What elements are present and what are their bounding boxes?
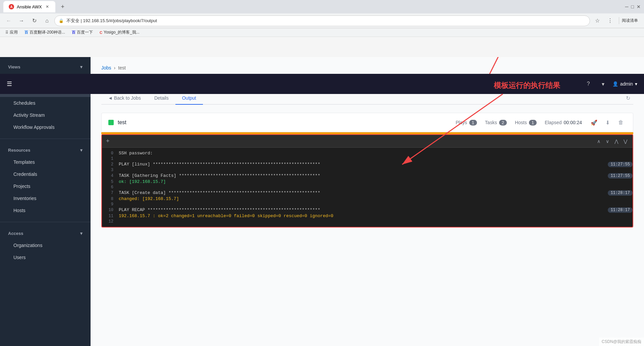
address-bar[interactable]: 🔒 不安全 | 192.168.15.5/#/jobs/playbook/7/o… <box>54 15 590 26</box>
bookmark-translate[interactable]: 百 百度翻译-200种语... <box>22 29 67 36</box>
sidebar-item-templates[interactable]: Templates <box>0 156 91 168</box>
hosts-count: 1 <box>529 120 537 126</box>
line-content: changed: [192.168.15.7] <box>119 196 633 201</box>
user-dropdown-icon: ▾ <box>635 81 637 87</box>
line-number: 8 <box>102 197 119 201</box>
sidebar-access-section[interactable]: Access ▾ <box>0 228 91 239</box>
line-number: 1 <box>102 156 119 161</box>
output-add-button[interactable]: + <box>106 138 110 145</box>
download-button[interactable]: ⬇ <box>602 117 613 128</box>
line-content: SSH password: <box>119 151 633 156</box>
output-line: 12 <box>102 219 633 224</box>
username: admin <box>620 81 633 87</box>
sidebar-item-organizations[interactable]: Organizations <box>0 239 91 251</box>
csdn-favicon: C <box>100 31 102 35</box>
sidebar-views-section[interactable]: Views ▾ <box>0 61 91 73</box>
views-chevron: ▾ <box>80 64 83 69</box>
browser-nav-bar: ← → ↻ ⌂ 🔒 不安全 | 192.168.15.5/#/jobs/play… <box>0 13 644 28</box>
translate-favicon: 百 <box>24 30 28 35</box>
window-minimize[interactable]: ─ <box>625 4 629 9</box>
sidebar-resources-section[interactable]: Resources ▾ <box>0 144 91 156</box>
line-timestamp: 11:28:17 <box>608 207 633 213</box>
new-tab-button[interactable]: + <box>58 2 67 11</box>
access-chevron: ▾ <box>80 231 83 236</box>
scroll-bottom-button[interactable]: ⋁ <box>622 138 629 145</box>
browser-menu[interactable]: ⋮ <box>605 15 615 26</box>
refresh-button[interactable]: ↻ <box>623 93 633 103</box>
scroll-up-button[interactable]: ∧ <box>596 138 602 145</box>
output-line: 8changed: [192.168.15.7] <box>102 196 633 202</box>
bookmark-baidu[interactable]: 百 百度一下 <box>70 29 95 36</box>
job-status-badge <box>108 120 114 125</box>
output-line: 4TASK [Gathering Facts] ****************… <box>102 173 633 179</box>
help-dropdown[interactable]: ▾ <box>598 79 608 89</box>
output-line: 7TASK [Create data] ********************… <box>102 190 633 196</box>
hosts-stat: Hosts 1 <box>515 120 537 126</box>
output-line: 9 <box>102 202 633 207</box>
help-button[interactable]: ? <box>583 79 594 89</box>
sidebar-item-workflow-approvals[interactable]: Workflow Approvals <box>0 121 91 133</box>
breadcrumb: Jobs › test <box>101 65 633 70</box>
output-container: + ∧ ∨ ⋀ ⋁ 0SSH password:12PLAY [linux] *… <box>101 134 633 228</box>
sidebar-item-activity-stream[interactable]: Activity Stream <box>0 109 91 121</box>
output-toolbar: + ∧ ∨ ⋀ ⋁ <box>102 135 633 148</box>
output-line: 5ok: [192.168.15.7] <box>102 179 633 185</box>
reading-list-btn[interactable]: 阅读清单 <box>619 17 641 24</box>
window-maximize[interactable]: □ <box>631 4 634 9</box>
output-line: 3 <box>102 167 633 173</box>
browser-tab[interactable]: A Ansible AWX ✕ <box>3 1 55 12</box>
nav-forward-button[interactable]: → <box>16 15 27 26</box>
line-number: 4 <box>102 174 119 178</box>
bookmark-apps[interactable]: ⠿ 应用 <box>3 29 20 36</box>
delete-button[interactable]: 🗑 <box>615 117 626 128</box>
elapsed-value: 00:00:24 <box>564 120 582 125</box>
line-content: ok: [192.168.15.7] <box>119 179 633 184</box>
sidebar-item-credentials[interactable]: Credentials <box>0 168 91 180</box>
breadcrumb-current: test <box>118 65 126 70</box>
sidebar-item-hosts[interactable]: Hosts <box>0 204 91 216</box>
breadcrumb-separator: › <box>114 65 116 70</box>
user-icon: 👤 <box>612 81 618 87</box>
output-line: 11192.168.15.7 : ok=2 changed=1 unreacha… <box>102 213 633 219</box>
breadcrumb-jobs-link[interactable]: Jobs <box>101 65 111 70</box>
scroll-down-button[interactable]: ∨ <box>604 138 610 145</box>
nav-home-button[interactable]: ⌂ <box>42 15 52 26</box>
plays-count: 1 <box>469 120 477 126</box>
sidebar-item-users[interactable]: Users <box>0 251 91 263</box>
line-timestamp: 11:27:55 <box>608 173 633 179</box>
sidebar: Views ▾ Dashboard Jobs Schedules Activit… <box>0 57 91 346</box>
line-number: 5 <box>102 180 119 184</box>
plays-label: Plays <box>455 120 467 125</box>
sidebar-item-schedules[interactable]: Schedules <box>0 97 91 109</box>
job-stats: Plays 1 Tasks 2 Hosts 1 Elapsed 00:00:24 <box>455 120 582 126</box>
hamburger-menu[interactable]: ☰ <box>7 80 12 88</box>
output-line: 6 <box>102 185 633 190</box>
sidebar-item-projects[interactable]: Projects <box>0 180 91 192</box>
output-line: 0SSH password: <box>102 150 633 156</box>
line-timestamp: 11:27:55 <box>608 162 633 167</box>
line-content: 192.168.15.7 : ok=2 changed=1 unreachabl… <box>119 213 633 218</box>
nav-back-button[interactable]: ← <box>3 15 14 26</box>
nav-refresh-button[interactable]: ↻ <box>29 15 40 26</box>
tasks-count: 2 <box>499 120 507 126</box>
line-number: 11 <box>102 214 119 218</box>
hosts-label: Hosts <box>515 120 527 125</box>
user-menu[interactable]: 👤 admin ▾ <box>612 81 637 87</box>
line-number: 3 <box>102 168 119 172</box>
rocket-button[interactable]: 🚀 <box>589 117 599 128</box>
line-timestamp: 11:28:17 <box>608 190 633 196</box>
line-content: PLAY RECAP *****************************… <box>119 207 604 212</box>
line-number: 12 <box>102 219 119 224</box>
line-number: 7 <box>102 191 119 195</box>
output-line: 10PLAY RECAP ***************************… <box>102 207 633 213</box>
window-close[interactable]: ✕ <box>637 4 641 9</box>
url-text: 不安全 | 192.168.15.5/#/jobs/playbook/7/out… <box>66 18 157 24</box>
tasks-label: Tasks <box>485 120 497 125</box>
resources-chevron: ▾ <box>80 148 83 153</box>
bookmark-yosigo[interactable]: C Yosigo_的博客_我... <box>98 29 142 36</box>
tab-close-button[interactable]: ✕ <box>45 4 50 9</box>
sidebar-item-inventories[interactable]: Inventories <box>0 192 91 204</box>
bookmark-star[interactable]: ☆ <box>592 15 603 26</box>
output-line: 2PLAY [linux] **************************… <box>102 161 633 167</box>
scroll-top-button[interactable]: ⋀ <box>613 138 620 145</box>
